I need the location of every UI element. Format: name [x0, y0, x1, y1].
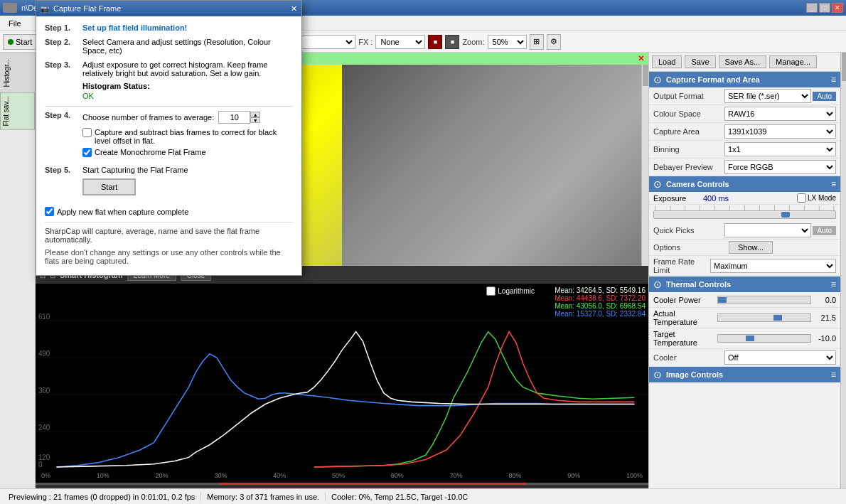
- output-format-auto-btn[interactable]: Auto: [813, 92, 836, 101]
- save-btn[interactable]: Save: [685, 55, 715, 68]
- zoom-settings-btn[interactable]: ⚙: [547, 34, 561, 50]
- image-controls-menu-icon[interactable]: ≡: [831, 370, 836, 380]
- exposure-slider-container: |||||||||||||: [649, 205, 840, 222]
- right-panel: Load Save Save As... Manage... ⊙ Capture…: [648, 53, 840, 488]
- thermal-controls-header[interactable]: ⊙ Thermal Controls ≡: [649, 277, 840, 292]
- target-temp-row: Target Temperature -10.0: [649, 328, 840, 349]
- step4-row: Step 4. Choose number of frames to avera…: [45, 111, 293, 160]
- quick-picks-combo[interactable]: [724, 223, 811, 237]
- step3-text: Adjust exposure to get correct histogram…: [82, 60, 267, 77]
- num-frames-row: Choose number of frames to average: ▲ ▼: [82, 111, 293, 124]
- start-icon: [8, 39, 14, 45]
- stat-red: Mean: 44438.6, SD: 7372.20: [555, 294, 646, 302]
- load-btn[interactable]: Load: [652, 55, 682, 68]
- show-btn[interactable]: Show...: [729, 241, 773, 254]
- save-as-btn[interactable]: Save As...: [719, 55, 767, 68]
- target-temp-slider[interactable]: [717, 334, 811, 343]
- color-btn-dark[interactable]: ■: [445, 35, 459, 49]
- sidebar-tab-flat-save[interactable]: Flat sav...: [0, 92, 35, 130]
- debayer-row: Debayer Preview Force RGGB: [649, 159, 840, 176]
- frame-rate-combo[interactable]: Maximum: [710, 259, 836, 273]
- quick-picks-auto-btn[interactable]: Auto: [813, 226, 836, 235]
- bias-frames-checkbox[interactable]: [82, 128, 92, 137]
- actual-temp-slider[interactable]: [717, 313, 811, 322]
- lx-mode-checkbox[interactable]: [797, 193, 806, 203]
- exposure-slider-thumb[interactable]: [781, 212, 790, 218]
- zoom-fit-btn[interactable]: ⊞: [530, 34, 544, 50]
- right-scrollbar[interactable]: [840, 53, 846, 488]
- fx-combo[interactable]: None: [375, 35, 425, 49]
- exposure-slider-track[interactable]: [653, 210, 836, 219]
- actual-temp-value: 21.5: [811, 313, 836, 322]
- cooler-power-slider[interactable]: [717, 296, 811, 304]
- lx-mode-row: LX Mode: [797, 193, 836, 203]
- right-scrollbar-thumb[interactable]: [842, 53, 846, 81]
- image-right: [342, 65, 648, 266]
- start-button[interactable]: Start: [3, 34, 37, 50]
- dialog-close-btn[interactable]: ✕: [291, 4, 297, 14]
- capture-format-header[interactable]: ⊙ Capture Format and Area ≡: [649, 72, 840, 87]
- zoom-combo[interactable]: 50%: [488, 35, 527, 49]
- maximize-btn[interactable]: □: [819, 3, 830, 13]
- cooler-power-thumb[interactable]: [718, 297, 727, 303]
- logarithmic-checkbox[interactable]: [486, 286, 496, 296]
- output-format-value: SER file (*.ser) Auto: [724, 89, 836, 103]
- binning-combo[interactable]: 1x1: [724, 142, 836, 156]
- filepath-close[interactable]: ✕: [638, 54, 644, 63]
- actual-temp-thumb[interactable]: [773, 315, 782, 321]
- cooler-combo[interactable]: Off: [724, 350, 836, 365]
- info-text-1: SharpCap will capture, average, name and…: [45, 227, 293, 244]
- step5-row: Step 5. Start Capturing the Flat Frame S…: [45, 166, 293, 201]
- debayer-label: Debayer Preview: [653, 163, 724, 171]
- x-50: 50%: [332, 472, 345, 479]
- status-memory: Memory: 3 of 371 frames in use.: [201, 493, 326, 501]
- spin-up-btn[interactable]: ▲: [250, 112, 260, 117]
- exposure-value: 400 ms: [703, 194, 739, 203]
- color-btn-red[interactable]: ■: [428, 35, 442, 49]
- menu-file[interactable]: File: [3, 18, 27, 29]
- apply-when-complete-checkbox[interactable]: [45, 207, 54, 216]
- camera-controls-menu-icon[interactable]: ≡: [831, 179, 836, 189]
- scroll-bar[interactable]: [641, 65, 648, 266]
- colour-space-combo[interactable]: RAW16: [724, 107, 836, 121]
- mono-flat-label: Create Monochrome Flat Frame: [95, 148, 206, 156]
- thermal-controls-title: Thermal Controls: [666, 280, 828, 289]
- window-controls[interactable]: _ □ ✕: [806, 3, 843, 13]
- image-controls-title: Image Controls: [666, 370, 828, 379]
- debayer-combo[interactable]: Force RGGB: [724, 160, 836, 174]
- camera-controls-title: Camera Controls: [666, 180, 828, 188]
- step2-row: Step 2. Select Camera and adjust setting…: [45, 38, 293, 55]
- divider2: [45, 222, 293, 222]
- svg-text:610: 610: [38, 313, 50, 321]
- binning-row: Binning 1x1: [649, 141, 840, 159]
- thermal-controls-menu-icon[interactable]: ≡: [831, 279, 836, 289]
- target-temp-thumb[interactable]: [746, 336, 754, 341]
- capture-area-combo[interactable]: 1391x1039: [724, 124, 836, 139]
- camera-controls-header[interactable]: ⊙ Camera Controls ≡: [649, 176, 840, 192]
- target-temp-label: Target Temperature: [653, 330, 717, 347]
- step5-content: Start Capturing the Flat Frame Start: [82, 166, 293, 201]
- mono-flat-checkbox[interactable]: [82, 148, 92, 157]
- dialog-title-bar: 📷 Capture Flat Frame ✕: [36, 1, 301, 16]
- cooler-label: Cooler: [653, 353, 724, 362]
- target-temp-value: -10.0: [811, 334, 836, 343]
- step2-num: Step 2.: [45, 38, 77, 46]
- num-frames-input[interactable]: [218, 111, 250, 124]
- frame-rate-row: Frame Rate Limit Maximum: [649, 256, 840, 277]
- capture-format-menu-icon[interactable]: ≡: [831, 75, 836, 85]
- image-controls-header[interactable]: ⊙ Image Controls ≡: [649, 367, 840, 382]
- output-format-row: Output Format SER file (*.ser) Auto: [649, 87, 840, 105]
- minimize-btn[interactable]: _: [806, 3, 818, 13]
- spin-down-btn[interactable]: ▼: [250, 117, 260, 123]
- window-close-btn[interactable]: ✕: [832, 3, 843, 13]
- sidebar-tab-histogram[interactable]: Histogr...: [0, 53, 35, 92]
- output-format-combo[interactable]: SER file (*.ser): [724, 89, 811, 103]
- scroll-thumb[interactable]: [643, 65, 648, 86]
- manage-btn[interactable]: Manage...: [769, 55, 817, 68]
- start-capturing-btn[interactable]: Start: [82, 178, 136, 195]
- divider1: [45, 106, 293, 107]
- x-60: 60%: [391, 472, 404, 479]
- dialog-body: Step 1. Set up flat field illumination! …: [36, 16, 301, 275]
- exposure-row: Exposure 400 ms LX Mode: [649, 192, 840, 205]
- svg-text:360: 360: [38, 387, 50, 395]
